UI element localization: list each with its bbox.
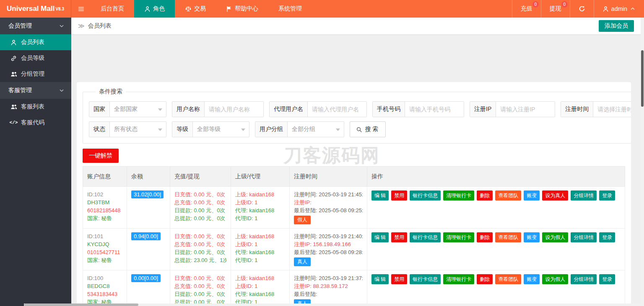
search-row-1: 国家全部国家用户名称代理用户名手机号码注册IP注册时间 (89, 101, 631, 117)
set-real-button[interactable]: 设为真人 (542, 190, 568, 201)
level-filter-label: 等级 (172, 122, 193, 137)
recharge-nav-button[interactable]: 充值 0 (512, 0, 541, 18)
view-team-button[interactable]: 查看团队 (495, 274, 521, 284)
reg-time-filter: 注册时间 (561, 101, 631, 117)
user-group-select[interactable]: 全部分组 (288, 122, 344, 137)
sidebar-item-label: 客服列表 (21, 103, 44, 111)
username-input[interactable] (205, 102, 263, 117)
clear-bank-button[interactable]: 清理银行卡 (443, 190, 474, 201)
edit-button[interactable]: 编 辑 (371, 190, 389, 201)
code-icon: </> (10, 120, 17, 125)
day-recharge: 日充值: 0.00 元、0次 (174, 232, 226, 240)
column-header: 充值/提现 (170, 167, 231, 187)
phone-input[interactable] (405, 102, 464, 117)
username-label: admin (611, 5, 627, 12)
nav-item-help-center[interactable]: 帮助中心 (216, 0, 268, 18)
chevron-down-icon (158, 108, 162, 111)
sidebar-item-group-management[interactable]: 分组管理 (0, 66, 71, 82)
vertical-scrollbar-thumb[interactable] (641, 50, 644, 107)
agent-name-filter: 代理用户名 (269, 101, 367, 117)
sidebar-item-label: 客服代码 (21, 119, 44, 126)
add-member-button[interactable]: 添加会员 (599, 20, 634, 32)
disable-button[interactable]: 禁用 (391, 274, 407, 284)
edit-button[interactable]: 编 辑 (371, 232, 389, 242)
nav-item-trade[interactable]: 交易 (175, 0, 216, 18)
withdraw-nav-button[interactable]: 提现 0 (541, 0, 570, 18)
view-team-button[interactable]: 查看团队 (495, 190, 521, 201)
status-select[interactable]: 所有状态 (110, 122, 166, 137)
cell-recharge-withdraw: 日充值: 0.00 元、0次总充值: 0.00 元、0次日提款: 0.00 元、… (170, 187, 231, 229)
clear-bank-button[interactable]: 清理银行卡 (443, 232, 474, 242)
parent-id: 上级ID: 1 (235, 198, 285, 206)
agent-name: 代理: kaidan168 (235, 290, 285, 298)
search-panel: 条件搜索 国家全部国家用户名称代理用户名手机号码注册IP注册时间 状态所有状态等… (83, 88, 631, 144)
nav-item-dashboard[interactable]: 后台首页 (91, 0, 134, 18)
login-button[interactable]: 登录 (599, 274, 615, 284)
unban-all-button[interactable]: 一键解禁 (83, 149, 119, 163)
user-icon (602, 6, 609, 12)
bank-info-button[interactable]: 银行卡信息 (410, 274, 441, 284)
level-filter: 等级全部等级 (172, 121, 249, 137)
view-team-button[interactable]: 查看团队 (495, 232, 521, 242)
agent-name: 代理: kaidan168 (235, 248, 285, 256)
balance-change-button[interactable]: 账变 (524, 190, 540, 201)
delete-button[interactable]: 删除 (477, 190, 493, 201)
refresh-icon (579, 5, 585, 12)
sidebar-group-service-management[interactable]: 客服管理 (0, 82, 71, 99)
agent-name-input[interactable] (308, 102, 366, 117)
group-detail-button[interactable]: 分组详情 (571, 232, 597, 242)
cell-balance: 0.00[0.00] (127, 270, 170, 306)
flag-icon (226, 6, 232, 12)
day-recharge: 日充值: 0.00 元、0次 (174, 190, 226, 198)
phone-filter: 手机号码 (372, 101, 464, 117)
sidebar-item-service-code[interactable]: </>客服代码 (0, 115, 71, 131)
balance-change-button[interactable]: 账变 (524, 232, 540, 242)
reg-ip-input[interactable] (496, 102, 555, 117)
member-account-number: 01015427711 (87, 248, 122, 256)
register-ip: 注册IP: (294, 198, 363, 206)
parent-name: 上级: kaidan168 (235, 274, 285, 282)
group-detail-button[interactable]: 分组详情 (571, 274, 597, 284)
set-fake-button[interactable]: 设为假人 (542, 232, 568, 242)
nav-item-system[interactable]: 系统管理 (268, 0, 312, 18)
delete-button[interactable]: 删除 (477, 274, 493, 284)
set-fake-button[interactable]: 设为假人 (542, 274, 568, 284)
login-button[interactable]: 登录 (599, 190, 615, 201)
country-select[interactable]: 全部国家 (110, 102, 166, 117)
sidebar-item-label: 会员列表 (21, 39, 44, 46)
hamburger-menu-icon[interactable] (71, 0, 91, 18)
member-account-number: 5343183443 (87, 290, 122, 298)
search-button[interactable]: 搜索 (350, 121, 386, 137)
member-username: KYCDJQ (87, 240, 122, 248)
balance-change-button[interactable]: 账变 (524, 274, 540, 284)
refresh-button[interactable] (570, 0, 594, 18)
column-header: 上级/代理 (231, 167, 290, 187)
balance-badge: 31.02[0.00] (131, 190, 164, 198)
bank-info-button[interactable]: 银行卡信息 (410, 190, 441, 201)
level-select[interactable]: 全部等级 (193, 122, 249, 137)
sidebar-group-member-management[interactable]: 会员管理 (0, 18, 71, 34)
bank-info-button[interactable]: 银行卡信息 (410, 232, 441, 242)
parent-name: 上级: kaidan168 (235, 190, 285, 198)
user-menu[interactable]: admin (594, 0, 644, 18)
edit-button[interactable]: 编 辑 (371, 274, 389, 284)
table-header-row: 账户信息余额充值/提现上级/代理注册时间操作 (83, 167, 625, 187)
delete-button[interactable]: 删除 (477, 232, 493, 242)
sidebar-item-member-list[interactable]: 会员列表 (0, 34, 71, 50)
chevron-down-icon (158, 129, 162, 131)
disable-button[interactable]: 禁用 (391, 190, 407, 201)
app-window: Universal MallV8.3 后台首页角色交易帮助中心系统管理 充值 0… (0, 0, 644, 306)
register-time: 注册时间: 2025-03-19 21:45:33 (294, 190, 363, 198)
login-button[interactable]: 登录 (599, 232, 615, 242)
clear-bank-button[interactable]: 清理银行卡 (443, 274, 474, 284)
sidebar-item-member-level[interactable]: 会员等级 (0, 50, 71, 66)
total-recharge: 总充值: 0.00 元、0次 (174, 240, 226, 248)
reg-time-input[interactable] (593, 102, 631, 117)
group-detail-button[interactable]: 分组详情 (571, 190, 597, 201)
horizontal-scrollbar-thumb[interactable] (24, 303, 138, 306)
sidebar-item-service-list[interactable]: 客服列表 (0, 99, 71, 115)
disable-button[interactable]: 禁用 (391, 232, 407, 242)
nav-item-roles[interactable]: 角色 (134, 0, 175, 18)
users-icon (10, 103, 17, 110)
agent-name: 代理: kaidan168 (235, 206, 285, 214)
